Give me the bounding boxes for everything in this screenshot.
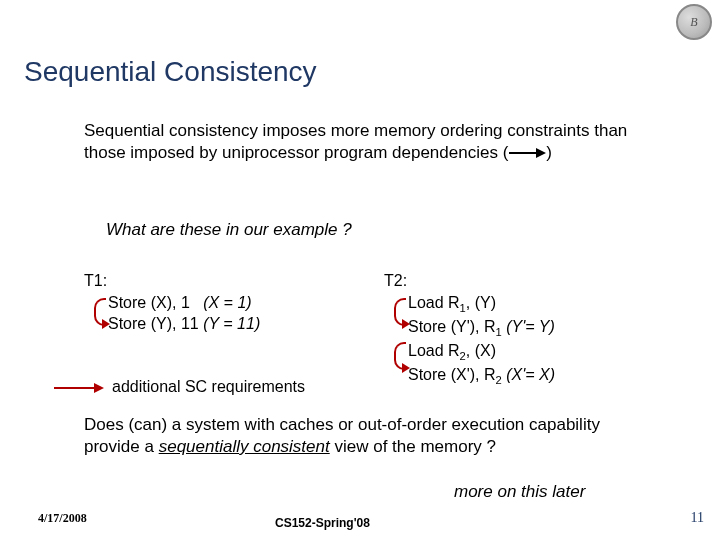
t2-line3: Load R2, (X): [384, 340, 555, 364]
t2-l2-a: Store (Y'), R: [408, 318, 496, 335]
t2-line1: Load R1, (Y): [384, 292, 555, 316]
more-later-text: more on this later: [454, 482, 585, 502]
closing-paragraph: Does (can) a system with caches or out-o…: [84, 414, 654, 458]
t2-l2-b: (Y'= Y): [506, 318, 555, 335]
arrow-icon: [508, 147, 546, 159]
para2-underline: sequentially consistent: [159, 437, 330, 456]
t2-l3-b: , (X): [466, 342, 496, 359]
t2-l3-a: Load R: [408, 342, 460, 359]
intro-text-b: ): [546, 143, 552, 162]
footer-date: 4/17/2008: [38, 511, 87, 526]
bracket-t2a-tip-icon: [402, 319, 410, 329]
logo-seal: B: [676, 4, 712, 40]
slide-title: Sequential Consistency: [24, 56, 317, 88]
t2-l1-a: Load R: [408, 294, 460, 311]
t1-l2-a: Store (Y), 11: [108, 315, 199, 332]
t1-l1-a: Store (X), 1: [108, 294, 190, 311]
bracket-t2b-tip-icon: [402, 363, 410, 373]
t1-line1: Store (X), 1 (X = 1): [84, 292, 260, 314]
t1-line2: Store (Y), 11 (Y = 11): [84, 313, 260, 335]
footer-page-number: 11: [691, 510, 704, 526]
t1-head: T1:: [84, 270, 260, 292]
bracket-t1-tip-icon: [102, 319, 110, 329]
t2-l4-a: Store (X'), R: [408, 366, 496, 383]
t1-block: T1: Store (X), 1 (X = 1) Store (Y), 11 (…: [84, 270, 260, 335]
t2-head: T2:: [384, 270, 555, 292]
para2-b: view of the memory ?: [330, 437, 496, 456]
red-arrow-icon: [54, 387, 94, 389]
additional-sc-text: additional SC requirements: [112, 378, 305, 396]
t2-l1-b: , (Y): [466, 294, 496, 311]
red-arrow-head-icon: [94, 383, 104, 393]
t2-l4-sub: 2: [496, 375, 502, 387]
t1-l2-b: (Y = 11): [203, 315, 260, 332]
footer-course: CS152-Spring'08: [275, 516, 370, 530]
t1-l1-b: (X = 1): [203, 294, 251, 311]
intro-paragraph: Sequential consistency imposes more memo…: [84, 120, 644, 164]
t2-l2-sub: 1: [496, 326, 502, 338]
svg-marker-1: [536, 148, 546, 158]
example-question: What are these in our example ?: [106, 220, 352, 240]
t2-l4-b: (X'= X): [506, 366, 555, 383]
